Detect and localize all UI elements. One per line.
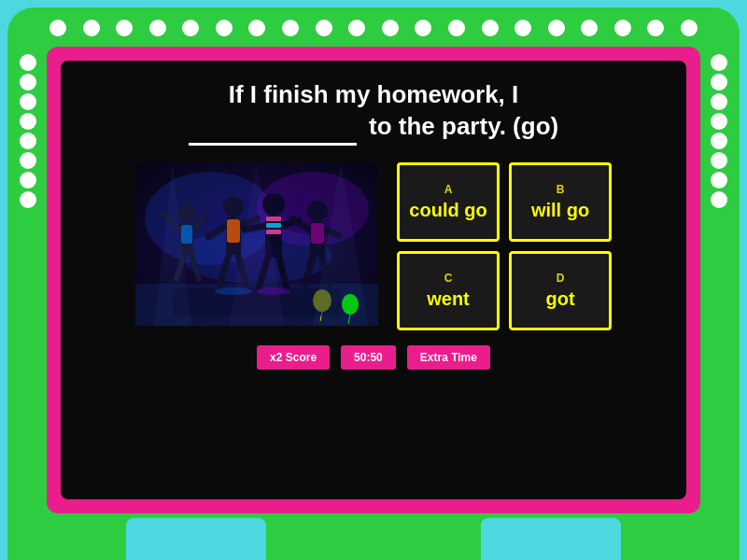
dot: [83, 20, 100, 36]
dot: [415, 20, 431, 36]
dot: [348, 20, 365, 36]
dot: [20, 54, 36, 71]
dot: [20, 152, 36, 169]
answers-grid: A could go B will go C went D got: [397, 162, 612, 330]
dot: [20, 113, 36, 130]
svg-point-9: [177, 204, 196, 223]
answer-b[interactable]: B will go: [509, 162, 612, 242]
dot: [711, 191, 727, 208]
dots-top-row: [47, 17, 700, 39]
dot: [581, 20, 598, 36]
answer-a[interactable]: A could go: [397, 162, 500, 242]
powerups-row: x2 Score 50:50 Extra Time: [257, 345, 490, 370]
dot: [514, 20, 531, 36]
dot: [647, 20, 664, 36]
svg-rect-38: [311, 223, 324, 244]
dot: [49, 20, 66, 36]
dot: [20, 191, 36, 208]
question-blank: [189, 111, 357, 146]
content-area: If I finish my homework, I to the party.…: [61, 61, 686, 499]
svg-rect-15: [181, 225, 192, 244]
dots-right-col: [708, 51, 730, 448]
tab-left-inner: [126, 518, 266, 560]
svg-rect-30: [266, 223, 281, 228]
question-line1: If I finish my homework, I: [229, 80, 519, 108]
answer-c-letter: C: [444, 272, 453, 285]
dot: [216, 20, 233, 36]
dot: [20, 172, 36, 189]
answer-c[interactable]: C went: [397, 251, 500, 330]
dot: [182, 20, 199, 36]
answer-d-letter: D: [557, 272, 565, 285]
svg-rect-29: [266, 217, 281, 221]
dot: [20, 93, 36, 110]
svg-point-32: [307, 201, 328, 221]
dot: [711, 93, 727, 110]
dot: [482, 20, 499, 36]
answer-d[interactable]: D got: [509, 251, 612, 330]
content-row: A could go B will go C went D got: [89, 162, 658, 330]
x2-score-button[interactable]: x2 Score: [257, 345, 330, 370]
svg-rect-22: [227, 219, 240, 243]
answer-d-value: got: [545, 288, 574, 310]
party-image-svg: [135, 162, 378, 326]
dot: [282, 20, 299, 36]
dot: [448, 20, 465, 36]
svg-point-23: [262, 193, 285, 216]
answer-b-value: will go: [531, 200, 589, 221]
extra-time-button[interactable]: Extra Time: [407, 345, 490, 370]
svg-point-16: [223, 197, 244, 217]
answer-b-letter: B: [557, 183, 565, 196]
dots-left-col: [17, 51, 39, 448]
answer-a-letter: A: [444, 183, 453, 196]
dot: [711, 172, 727, 189]
tab-right-inner: [481, 518, 621, 560]
dot: [614, 20, 631, 36]
dot: [711, 54, 727, 71]
dot: [711, 152, 727, 169]
dot: [149, 20, 166, 36]
dot: [116, 20, 133, 36]
answer-c-value: went: [427, 288, 470, 310]
dot: [681, 20, 698, 36]
dot: [382, 20, 399, 36]
dot: [548, 20, 565, 36]
dot: [711, 113, 727, 130]
fifty-fifty-button[interactable]: 50:50: [341, 345, 396, 370]
party-image: [135, 162, 378, 326]
answer-a-value: could go: [409, 200, 486, 221]
outer-frame: If I finish my homework, I to the party.…: [0, 0, 747, 560]
dot: [711, 133, 727, 149]
dot: [20, 74, 36, 91]
question-text: If I finish my homework, I to the party.…: [189, 79, 558, 146]
dot: [316, 20, 332, 36]
dot: [248, 20, 265, 36]
question-line2: to the party. (go): [369, 112, 558, 140]
dot: [20, 133, 36, 149]
dot: [711, 74, 727, 91]
